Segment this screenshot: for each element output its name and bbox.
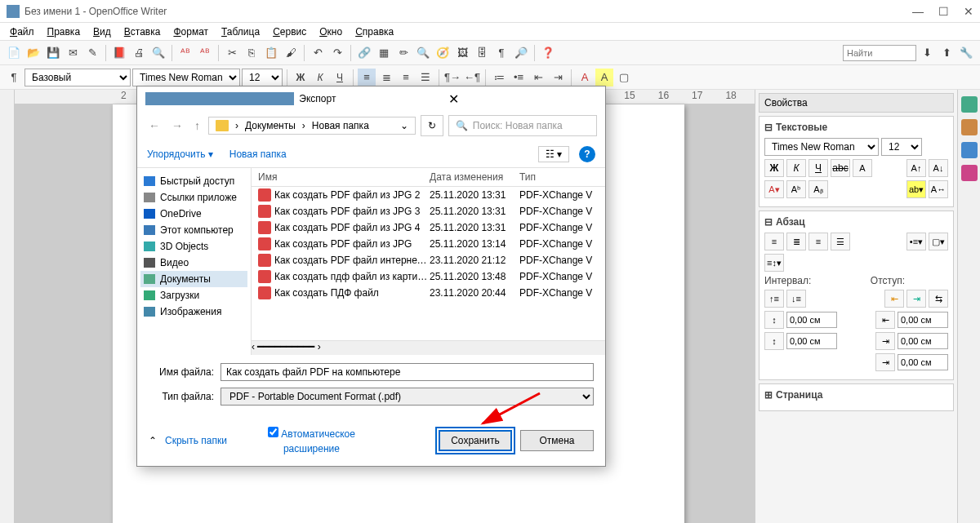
find-settings-icon[interactable]: 🔧 xyxy=(957,44,975,62)
menu-формат[interactable]: Формат xyxy=(168,24,213,39)
tree-этот-компьютер[interactable]: Этот компьютер xyxy=(140,222,247,238)
edit-icon[interactable]: ✎ xyxy=(83,44,101,62)
text-section-header[interactable]: ⊟ Текстовые xyxy=(764,122,948,133)
find-input[interactable] xyxy=(843,45,916,61)
tree-onedrive[interactable]: OneDrive xyxy=(140,206,247,222)
datasource-icon[interactable]: 🗄 xyxy=(473,44,491,62)
properties-tab-icon[interactable] xyxy=(961,96,978,113)
sp-alignj-icon[interactable]: ☰ xyxy=(831,233,850,250)
maximize-button[interactable]: ☐ xyxy=(938,5,949,18)
align-left-icon[interactable]: ≡ xyxy=(358,69,376,86)
rtl-icon[interactable]: ←¶ xyxy=(463,69,481,86)
sp-below-icon[interactable]: ↕ xyxy=(764,332,784,350)
file-row[interactable]: Как создать PDF файл из JPG25.11.2020 13… xyxy=(252,236,605,252)
dialog-close-icon[interactable]: ✕ xyxy=(448,91,597,107)
sp-below-input[interactable] xyxy=(786,333,837,349)
paste-icon[interactable]: 📋 xyxy=(262,44,280,62)
sp-strike-icon[interactable]: abc xyxy=(831,159,850,177)
sp-fontcolor-icon[interactable]: A▾ xyxy=(764,180,784,198)
sp-highlight-icon[interactable]: ab▾ xyxy=(906,180,926,198)
find-down-icon[interactable]: ⬇ xyxy=(918,44,936,62)
sp-spacing-icon[interactable]: A↔ xyxy=(929,180,948,198)
tree-загрузки[interactable]: Загрузки xyxy=(140,287,247,304)
gallery-tab-icon[interactable] xyxy=(961,142,978,158)
refresh-button[interactable]: ↻ xyxy=(421,115,443,136)
bullets-icon[interactable]: •≡ xyxy=(510,69,528,86)
align-center-icon[interactable]: ≣ xyxy=(377,69,395,86)
sp-shrink-icon[interactable]: A↓ xyxy=(929,159,948,177)
para-section-header[interactable]: ⊟ Абзац xyxy=(764,216,948,228)
export-pdf-icon[interactable]: 📕 xyxy=(110,44,128,62)
italic-icon[interactable]: К xyxy=(311,69,329,86)
file-row[interactable]: Как создать PDF файл из JPG 325.11.2020 … xyxy=(252,203,605,219)
sp-right-icon[interactable]: ⇥ xyxy=(875,332,895,350)
ltr-icon[interactable]: ¶→ xyxy=(443,69,461,86)
gallery-icon[interactable]: 🖼 xyxy=(453,44,471,62)
indent-icon[interactable]: ⇥ xyxy=(549,69,567,86)
style-select[interactable]: Базовый xyxy=(24,69,131,86)
sp-bullets-icon[interactable]: •≡▾ xyxy=(906,233,926,250)
outdent-icon[interactable]: ⇤ xyxy=(529,69,547,86)
redo-icon[interactable]: ↷ xyxy=(328,44,346,62)
breadcrumb[interactable]: › Документы › Новая папка ⌄ xyxy=(208,117,416,135)
font-select[interactable]: Times New Roman xyxy=(132,69,240,86)
filetype-select[interactable]: PDF - Portable Document Format (.pdf) xyxy=(220,388,594,406)
help-icon[interactable]: ❓ xyxy=(539,44,557,62)
tree-быстрый-доступ[interactable]: Быстрый доступ xyxy=(140,173,247,189)
view-mode-button[interactable]: ☷ ▾ xyxy=(538,146,569,162)
brush-icon[interactable]: 🖌 xyxy=(282,44,300,62)
hyperlink-icon[interactable]: 🔗 xyxy=(355,44,373,62)
preview-icon[interactable]: 🔍 xyxy=(149,44,167,62)
nonprint-icon[interactable]: ¶ xyxy=(492,44,510,62)
fontsize-select[interactable]: 12 xyxy=(242,69,283,86)
sp-outdent-icon[interactable]: ⇤ xyxy=(884,290,904,308)
hscrollbar[interactable]: ‹ ━━━━━━━━━━ › xyxy=(252,340,605,355)
sp-alignc-icon[interactable]: ≣ xyxy=(786,233,806,250)
find-icon[interactable]: 🔍 xyxy=(414,44,432,62)
align-right-icon[interactable]: ≡ xyxy=(397,69,415,86)
highlight-icon[interactable]: A xyxy=(595,69,613,86)
sp-font-select[interactable]: Times New Roman xyxy=(764,138,879,156)
underline-icon[interactable]: Ч xyxy=(331,69,349,86)
bold-icon[interactable]: Ж xyxy=(292,69,310,86)
sp-italic-icon[interactable]: К xyxy=(786,159,806,177)
menu-справка[interactable]: Справка xyxy=(350,24,399,39)
styles-icon[interactable]: ¶ xyxy=(5,69,23,86)
sp-hang-icon[interactable]: ⇆ xyxy=(929,290,948,308)
fontcolor-icon[interactable]: A xyxy=(576,69,594,86)
sp-left-icon[interactable]: ⇤ xyxy=(875,311,895,329)
cut-icon[interactable]: ✂ xyxy=(223,44,241,62)
hide-folders-link[interactable]: Скрыть папки xyxy=(165,435,227,446)
navigator-tab-icon[interactable] xyxy=(961,165,978,181)
open-icon[interactable]: 📂 xyxy=(24,44,42,62)
tree-изображения[interactable]: Изображения xyxy=(140,304,247,320)
sp-bold-icon[interactable]: Ж xyxy=(764,159,784,177)
sp-super-icon[interactable]: Aᵇ xyxy=(786,180,806,198)
menu-сервис[interactable]: Сервис xyxy=(268,24,311,39)
table-icon[interactable]: ▦ xyxy=(375,44,393,62)
sp-shadow-icon[interactable]: A xyxy=(853,159,872,177)
sp-bgcolor-icon[interactable]: ▢▾ xyxy=(929,233,948,250)
nav-fwd-icon[interactable]: → xyxy=(168,119,186,132)
crumb-newfolder[interactable]: Новая папка xyxy=(312,120,369,131)
file-row[interactable]: Как создать пдф файл из картинок25.11.20… xyxy=(252,268,605,285)
styles-tab-icon[interactable] xyxy=(961,119,978,135)
spellcheck-icon[interactable]: ᴬᴮ xyxy=(176,44,194,62)
nav-up-icon[interactable]: ↑ xyxy=(191,119,203,132)
close-button[interactable]: ✕ xyxy=(964,5,973,18)
menu-файл[interactable]: Файл xyxy=(5,24,39,39)
save-button[interactable]: Сохранить xyxy=(439,430,512,451)
save-icon[interactable]: 💾 xyxy=(44,44,62,62)
nav-back-icon[interactable]: ← xyxy=(145,119,163,132)
find-up-icon[interactable]: ⬆ xyxy=(938,44,956,62)
sp-left-input[interactable] xyxy=(898,312,948,328)
sp-first-input[interactable] xyxy=(898,354,948,370)
sp-first-icon[interactable]: ⇥ xyxy=(875,353,895,371)
file-list-header[interactable]: ИмяДата измененияТип xyxy=(252,168,605,187)
file-row[interactable]: Как создать PDF файл из JPG 225.11.2020 … xyxy=(252,187,605,203)
tree-видео[interactable]: Видео xyxy=(140,255,247,271)
menu-вставка[interactable]: Вставка xyxy=(119,24,166,39)
sp-linesp-icon[interactable]: ≡↕▾ xyxy=(764,254,784,272)
sp-underline-icon[interactable]: Ч xyxy=(808,159,828,177)
newfolder-button[interactable]: Новая папка xyxy=(229,148,287,160)
